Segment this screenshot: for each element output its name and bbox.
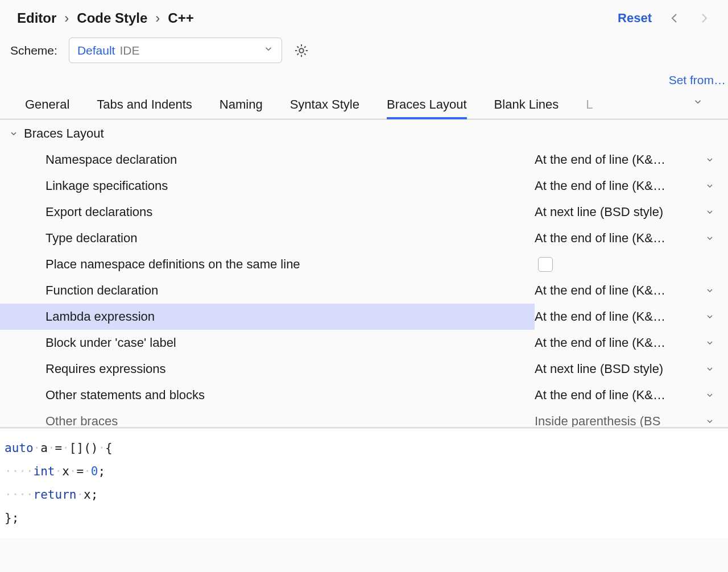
code-line: ····int·x·=·0;: [5, 460, 723, 483]
setting-label: Block under 'case' label: [46, 335, 176, 350]
tab-tabs-and-indents[interactable]: Tabs and Indents: [97, 92, 192, 119]
tab-syntax-style[interactable]: Syntax Style: [290, 92, 359, 119]
tab-blank-lines[interactable]: Blank Lines: [494, 92, 559, 119]
breadcrumb-item[interactable]: Code Style: [77, 10, 147, 26]
expand-tabs-icon[interactable]: [693, 96, 703, 115]
setting-row[interactable]: Type declarationAt the end of line (K&…: [0, 225, 728, 251]
checkbox[interactable]: [538, 257, 553, 272]
tab-general[interactable]: General: [25, 92, 69, 119]
forward-arrow-icon[interactable]: [697, 11, 711, 25]
setting-dropdown[interactable]: At the end of line (K&…: [535, 283, 728, 298]
setting-value-text: At the end of line (K&…: [535, 231, 665, 246]
setting-dropdown[interactable]: At next line (BSD style): [535, 362, 728, 376]
set-from-link[interactable]: Set from…: [669, 73, 726, 86]
code-preview: auto·a·=·[]()·{····int·x·=·0;····return·…: [0, 428, 728, 538]
gear-icon[interactable]: [293, 43, 309, 59]
setting-value-text: At the end of line (K&…: [535, 152, 665, 167]
setting-row[interactable]: Export declarationsAt next line (BSD sty…: [0, 199, 728, 225]
reset-button[interactable]: Reset: [618, 11, 652, 26]
section-title: Braces Layout: [24, 126, 104, 141]
code-line: };: [5, 507, 723, 530]
tabs-bar: General Tabs and Indents Naming Syntax S…: [0, 92, 728, 119]
setting-value-text: At the end of line (K&…: [535, 335, 665, 350]
setting-row[interactable]: Function declarationAt the end of line (…: [0, 277, 728, 304]
setting-row[interactable]: Lambda expressionAt the end of line (K&…: [0, 304, 728, 330]
setting-row[interactable]: Namespace declarationAt the end of line …: [0, 147, 728, 173]
setting-label: Function declaration: [46, 283, 158, 298]
tab-braces-layout[interactable]: Braces Layout: [387, 92, 467, 119]
setting-label: Lambda expression: [46, 309, 155, 324]
setting-value-text: At the end of line (K&…: [535, 283, 665, 298]
chevron-down-icon: [705, 234, 714, 243]
scheme-label: Scheme:: [10, 44, 57, 57]
code-line: ····return·x;: [5, 483, 723, 507]
chevron-down-icon: [705, 364, 714, 374]
setting-dropdown[interactable]: At the end of line (K&…: [535, 152, 728, 167]
scheme-scope: IDE: [119, 44, 139, 57]
setting-label: Type declaration: [46, 231, 137, 246]
setting-row[interactable]: Requires expressionsAt next line (BSD st…: [0, 356, 728, 382]
setting-row[interactable]: Other statements and blocksAt the end of…: [0, 382, 728, 408]
chevron-down-icon: [705, 338, 714, 347]
setting-label: Other statements and blocks: [46, 388, 205, 403]
tab-overflow[interactable]: L: [586, 92, 594, 119]
chevron-down-icon: [705, 208, 714, 217]
svg-point-0: [299, 48, 303, 52]
chevron-down-icon: [705, 181, 714, 190]
setting-checkbox[interactable]: [535, 257, 728, 272]
back-arrow-icon[interactable]: [668, 11, 681, 25]
section-header-braces-layout[interactable]: Braces Layout: [0, 121, 728, 147]
breadcrumb: Editor › Code Style › C++: [17, 10, 194, 26]
setting-label: Other braces: [46, 414, 118, 428]
setting-dropdown[interactable]: At the end of line (K&…: [535, 309, 728, 324]
breadcrumb-item[interactable]: Editor: [17, 10, 56, 26]
chevron-down-icon: [263, 44, 274, 57]
setting-label: Namespace declaration: [46, 152, 177, 167]
chevron-down-icon: [705, 417, 714, 426]
setting-value-text: Inside parenthesis (BS: [535, 414, 660, 428]
setting-row[interactable]: Other bracesInside parenthesis (BS: [0, 408, 728, 428]
scheme-select[interactable]: Default IDE: [69, 38, 282, 63]
setting-dropdown[interactable]: At the end of line (K&…: [535, 179, 728, 193]
setting-dropdown[interactable]: At the end of line (K&…: [535, 335, 728, 350]
setting-dropdown[interactable]: Inside parenthesis (BS: [535, 414, 728, 428]
setting-dropdown[interactable]: At next line (BSD style): [535, 205, 728, 219]
setting-label: Place namespace definitions on the same …: [46, 257, 300, 272]
chevron-down-icon: [705, 155, 714, 164]
setting-value-text: At the end of line (K&…: [535, 388, 665, 403]
setting-dropdown[interactable]: At the end of line (K&…: [535, 231, 728, 246]
code-line: auto·a·=·[]()·{: [5, 437, 723, 460]
setting-row[interactable]: Place namespace definitions on the same …: [0, 251, 728, 277]
setting-label: Linkage specifications: [46, 179, 168, 193]
chevron-down-icon: [705, 391, 714, 400]
setting-value-text: At next line (BSD style): [535, 205, 663, 219]
chevron-down-icon: [705, 312, 714, 321]
setting-row[interactable]: Block under 'case' labelAt the end of li…: [0, 330, 728, 356]
breadcrumb-item[interactable]: C++: [168, 10, 193, 26]
breadcrumb-separator: ›: [155, 10, 160, 26]
setting-label: Requires expressions: [46, 362, 166, 376]
chevron-down-icon: [705, 286, 714, 295]
breadcrumb-separator: ›: [64, 10, 69, 26]
setting-dropdown[interactable]: At the end of line (K&…: [535, 388, 728, 403]
setting-value-text: At the end of line (K&…: [535, 309, 665, 324]
tab-naming[interactable]: Naming: [220, 92, 263, 119]
scheme-name: Default: [77, 44, 115, 57]
setting-value-text: At the end of line (K&…: [535, 179, 665, 193]
setting-row[interactable]: Linkage specificationsAt the end of line…: [0, 173, 728, 199]
setting-label: Export declarations: [46, 205, 152, 219]
setting-value-text: At next line (BSD style): [535, 362, 663, 376]
